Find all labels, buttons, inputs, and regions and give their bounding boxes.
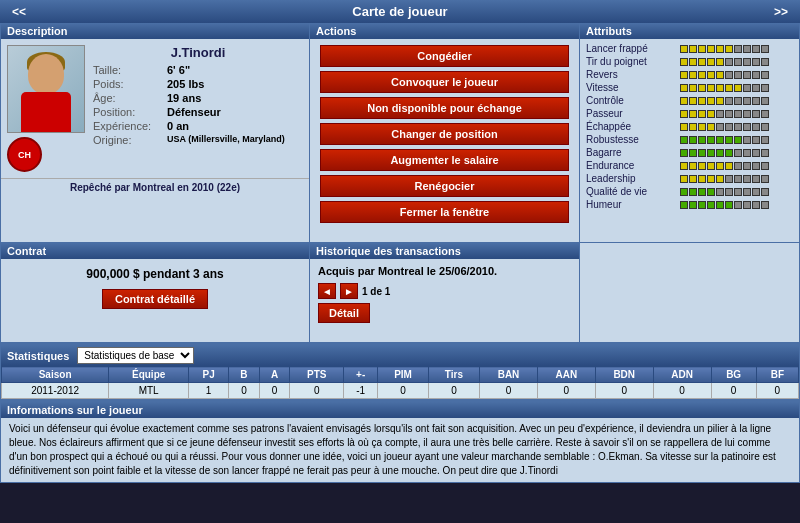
stats-col-A: A [259, 367, 290, 383]
attr-bar-12 [680, 201, 769, 209]
stats-col-Saison: Saison [2, 367, 109, 383]
stats-col-PJ: PJ [189, 367, 229, 383]
action-button-3[interactable]: Changer de position [320, 123, 569, 145]
attr-name-7: Robustesse [586, 134, 676, 145]
attr-name-1: Tir du poignet [586, 56, 676, 67]
info-text: Voici un défenseur qui évolue exactement… [1, 418, 799, 482]
attr-name-6: Échappée [586, 121, 676, 132]
table-row: 2011-2012MTL1000-100000000 [2, 383, 799, 399]
attr-name-2: Revers [586, 69, 676, 80]
attr-bar-0 [680, 45, 769, 53]
historique-detail-button[interactable]: Détail [318, 303, 370, 323]
stats-title: Statistiques [7, 350, 69, 362]
attr-row-9: Endurance [586, 160, 793, 171]
stats-section: Statistiques Statistiques de base Saison… [0, 343, 800, 400]
historique-prev-button[interactable]: ◄ [318, 283, 336, 299]
attr-row-8: Bagarre [586, 147, 793, 158]
experience-label: Expérience: [93, 120, 163, 132]
position-label: Position: [93, 106, 163, 118]
attr-bar-8 [680, 149, 769, 157]
attr-row-6: Échappée [586, 121, 793, 132]
actions-panel: Actions CongédierConvoquer le joueurNon … [310, 23, 580, 243]
attr-bar-4 [680, 97, 769, 105]
historique-page: 1 de 1 [362, 286, 390, 297]
stats-col-PIM: PIM [378, 367, 429, 383]
nav-left-button[interactable]: << [4, 5, 34, 19]
player-photo [7, 45, 85, 133]
attr-row-2: Revers [586, 69, 793, 80]
action-button-2[interactable]: Non disponible pour échange [320, 97, 569, 119]
attr-bar-1 [680, 58, 769, 66]
historique-panel: Historique des transactions Acquis par M… [310, 243, 580, 343]
age-label: Âge: [93, 92, 163, 104]
action-button-1[interactable]: Convoquer le joueur [320, 71, 569, 93]
experience-value: 0 an [167, 120, 189, 132]
historique-title: Historique des transactions [310, 243, 579, 259]
position-value: Défenseur [167, 106, 221, 118]
taille-value: 6' 6" [167, 64, 190, 76]
action-button-5[interactable]: Renégocier [320, 175, 569, 197]
player-note: Repêché par Montreal en 2010 (22e) [1, 178, 309, 196]
attr-row-7: Robustesse [586, 134, 793, 145]
stats-col-BDN: BDN [595, 367, 653, 383]
info-section-title: Informations sur le joueur [1, 402, 799, 418]
attr-row-1: Tir du poignet [586, 56, 793, 67]
attr-name-5: Passeur [586, 108, 676, 119]
origine-value: USA (Millersville, Maryland) [167, 134, 285, 146]
attr-name-9: Endurance [586, 160, 676, 171]
attr-name-12: Humeur [586, 199, 676, 210]
stats-col-BF: BF [756, 367, 798, 383]
stats-col-BG: BG [711, 367, 756, 383]
taille-label: Taille: [93, 64, 163, 76]
actions-title: Actions [310, 23, 579, 39]
attr-row-3: Vitesse [586, 82, 793, 93]
action-button-0[interactable]: Congédier [320, 45, 569, 67]
attr-row-5: Passeur [586, 108, 793, 119]
stats-col-BAN: BAN [480, 367, 538, 383]
action-button-4[interactable]: Augmenter le salaire [320, 149, 569, 171]
stats-col-AAN: AAN [537, 367, 595, 383]
description-panel: Description CH J.Tinordi Taille: 6' 6" [0, 23, 310, 243]
attributes-title: Attributs [580, 23, 799, 39]
player-name: J.Tinordi [93, 45, 303, 60]
attr-bar-2 [680, 71, 769, 79]
description-title: Description [1, 23, 309, 39]
contrat-title: Contrat [1, 243, 309, 259]
attr-bar-6 [680, 123, 769, 131]
action-button-6[interactable]: Fermer la fenêtre [320, 201, 569, 223]
attr-bar-7 [680, 136, 769, 144]
age-value: 19 ans [167, 92, 201, 104]
stats-type-select[interactable]: Statistiques de base [77, 347, 194, 364]
historique-text: Acquis par Montreal le 25/06/2010. [318, 265, 571, 277]
attr-bar-9 [680, 162, 769, 170]
poids-value: 205 lbs [167, 78, 204, 90]
attr-row-0: Lancer frappé [586, 43, 793, 54]
stats-col-+-: +- [344, 367, 378, 383]
window-title: Carte de joueur [352, 4, 447, 19]
info-section: Informations sur le joueur Voici un défe… [0, 400, 800, 483]
origine-label: Origine: [93, 134, 163, 146]
historique-next-button[interactable]: ► [340, 283, 358, 299]
attributes-panel: Attributs Lancer frappéTir du poignetRev… [580, 23, 800, 243]
attr-row-12: Humeur [586, 199, 793, 210]
poids-label: Poids: [93, 78, 163, 90]
stats-col-Tirs: Tirs [428, 367, 479, 383]
attr-name-8: Bagarre [586, 147, 676, 158]
attr-name-0: Lancer frappé [586, 43, 676, 54]
team-logo: CH [7, 137, 42, 172]
stats-table: SaisonÉquipePJBAPTS+-PIMTirsBANAANBDNADN… [1, 366, 799, 399]
attr-row-11: Qualité de vie [586, 186, 793, 197]
attr-name-11: Qualité de vie [586, 186, 676, 197]
attr-row-10: Leadership [586, 173, 793, 184]
title-bar: << Carte de joueur >> [0, 0, 800, 23]
stats-header: Statistiques Statistiques de base [1, 345, 799, 366]
stats-col-Équipe: Équipe [109, 367, 189, 383]
nav-right-button[interactable]: >> [766, 5, 796, 19]
attr-bar-10 [680, 175, 769, 183]
attr-name-3: Vitesse [586, 82, 676, 93]
attr-name-10: Leadership [586, 173, 676, 184]
attr-row-4: Contrôle [586, 95, 793, 106]
attr-bar-5 [680, 110, 769, 118]
contrat-detail-button[interactable]: Contrat détaillé [102, 289, 208, 309]
contrat-panel: Contrat 900,000 $ pendant 3 ans Contrat … [0, 243, 310, 343]
